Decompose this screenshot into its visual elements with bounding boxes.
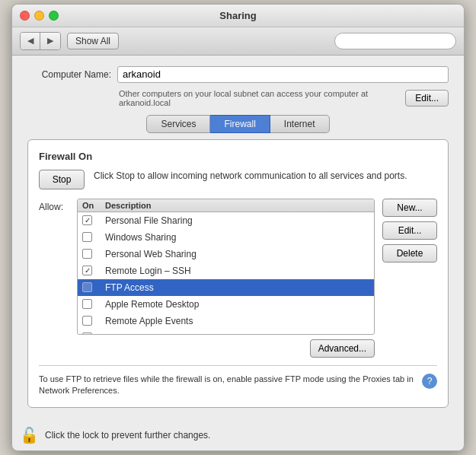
delete-button[interactable]: Delete [382,244,437,262]
list-item[interactable]: Windows Sharing [78,229,374,246]
lock-icon[interactable]: 🔓 [20,426,39,444]
item-on-col [82,249,105,259]
item-on-col [82,299,105,309]
computer-name-row: Computer Name: [27,66,449,83]
firewall-controls: Stop Click Stop to allow incoming networ… [39,170,437,189]
tab-firewall[interactable]: Firewall [210,115,270,133]
firewall-status: Firewall On [39,151,437,162]
item-on-col [82,215,105,225]
checkbox[interactable] [82,266,92,275]
item-desc: Remote Apple Events [105,316,369,326]
list-item[interactable]: Remote Apple Events [78,313,374,329]
checkbox[interactable] [82,232,92,242]
subnet-info-row: Other computers on your local subnet can… [119,89,449,107]
item-desc: Printer Sharing [105,332,369,334]
search-input[interactable] [334,33,456,49]
minimize-button[interactable] [34,11,44,21]
computer-name-input[interactable] [117,66,449,83]
edit-button[interactable]: Edit... [405,90,449,107]
forward-button[interactable]: ▶ [40,33,60,49]
checkbox[interactable] [82,282,92,292]
footer-info: To use FTP to retrieve files while the f… [39,374,437,397]
firewall-description: Click Stop to allow incoming network com… [94,170,407,183]
advanced-button[interactable]: Advanced... [310,339,375,358]
tab-services[interactable]: Services [146,115,210,133]
computer-name-label: Computer Name: [27,69,111,80]
show-all-button[interactable]: Show All [67,33,119,49]
list-item[interactable]: Personal Web Sharing [78,246,374,262]
checkbox[interactable] [82,299,92,309]
checkbox[interactable] [82,316,92,326]
back-button[interactable]: ◀ [21,33,40,49]
sharing-window: Sharing ◀ ▶ Show All Computer Name: Othe… [11,4,465,452]
new-button[interactable]: New... [382,199,437,217]
list-item[interactable]: Remote Login – SSH [78,262,374,279]
item-on-col [82,282,105,292]
list-header: On Description [78,199,374,212]
maximize-button[interactable] [49,11,59,21]
main-content: Computer Name: Other computers on your l… [12,56,464,419]
list-item[interactable]: Personal File Sharing [78,212,374,229]
footer-text: To use FTP to retrieve files while the f… [39,374,416,397]
toolbar: ◀ ▶ Show All [12,27,464,56]
col-on-header: On [82,201,105,210]
titlebar: Sharing [12,5,464,27]
nav-buttons: ◀ ▶ [20,32,61,50]
allow-list-container: On Description Personal File Sharing [77,199,375,335]
item-desc: Apple Remote Desktop [105,299,369,310]
close-button[interactable] [20,11,30,21]
item-desc: Windows Sharing [105,232,369,243]
allow-section: Allow: On Description [39,199,437,358]
tab-internet[interactable]: Internet [270,115,330,133]
edit-list-button[interactable]: Edit... [382,221,437,240]
lock-text: Click the lock to prevent further change… [45,430,210,441]
stop-button[interactable]: Stop [39,170,85,189]
checkbox[interactable] [82,249,92,259]
window-title: Sharing [219,10,256,21]
traffic-lights [20,11,59,21]
col-desc-header: Description [105,201,369,210]
tabs-container: Services Firewall Internet [27,115,449,133]
advanced-row: Advanced... [77,339,375,358]
item-desc: Remote Login – SSH [105,266,369,276]
item-on-col [82,316,105,326]
list-buttons: New... Edit... Delete [382,199,437,358]
checkbox[interactable] [82,332,92,334]
item-on-col [82,266,105,275]
allow-list: Personal File Sharing Windows Sharing [78,212,374,334]
item-on-col [82,332,105,334]
help-button[interactable]: ? [422,374,437,389]
allow-label: Allow: [39,199,69,358]
item-on-col [82,232,105,242]
list-item[interactable]: Apple Remote Desktop [78,296,374,313]
divider [39,365,437,366]
item-desc: Personal File Sharing [105,215,369,226]
list-area: On Description Personal File Sharing [77,199,375,335]
list-item[interactable]: Printer Sharing [78,329,374,334]
list-item-selected[interactable]: FTP Access [78,279,374,296]
firewall-panel: Firewall On Stop Click Stop to allow inc… [27,139,449,409]
subnet-text: Other computers on your local subnet can… [119,89,398,107]
checkbox[interactable] [82,215,92,225]
item-desc: FTP Access [105,282,369,293]
item-desc: Personal Web Sharing [105,249,369,259]
lock-row: 🔓 Click the lock to prevent further chan… [12,418,464,450]
